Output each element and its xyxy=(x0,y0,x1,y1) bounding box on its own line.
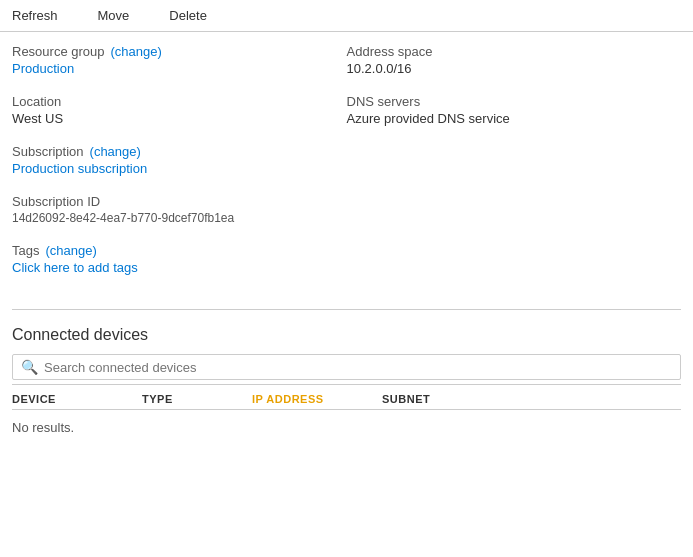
location-label: Location xyxy=(12,94,347,109)
section-divider xyxy=(12,309,681,310)
connected-devices-section: Connected devices 🔍 DEVICE TYPE IP ADDRE… xyxy=(0,326,693,445)
no-results-text: No results. xyxy=(12,420,681,435)
subscription-id-value: 14d26092-8e42-4ea7-b770-9dcef70fb1ea xyxy=(12,211,347,225)
subscription-label: Subscription (change) xyxy=(12,144,347,159)
refresh-button[interactable]: Refresh xyxy=(12,8,58,23)
address-space-value: 10.2.0.0/16 xyxy=(347,61,682,76)
dns-servers-label: DNS servers xyxy=(347,94,682,109)
subscription-group: Subscription (change) Production subscri… xyxy=(12,144,347,176)
location-group: Location West US xyxy=(12,94,347,126)
col-header-device: DEVICE xyxy=(12,393,142,405)
address-space-label: Address space xyxy=(347,44,682,59)
toolbar: Refresh Move Delete xyxy=(0,0,693,32)
resource-group-label: Resource group (change) xyxy=(12,44,347,59)
search-icon: 🔍 xyxy=(21,359,38,375)
search-input[interactable] xyxy=(44,360,672,375)
move-button[interactable]: Move xyxy=(98,8,130,23)
dns-servers-value: Azure provided DNS service xyxy=(347,111,682,126)
connected-devices-title: Connected devices xyxy=(12,326,681,344)
col-header-type: TYPE xyxy=(142,393,252,405)
tags-group: Tags (change) Click here to add tags xyxy=(12,243,347,275)
address-space-group: Address space 10.2.0.0/16 xyxy=(347,44,682,76)
location-value: West US xyxy=(12,111,347,126)
col-header-ip: IP ADDRESS xyxy=(252,393,382,405)
details-left-col: Resource group (change) Production Locat… xyxy=(12,44,347,293)
col-header-subnet: SUBNET xyxy=(382,393,681,405)
subscription-id-group: Subscription ID 14d26092-8e42-4ea7-b770-… xyxy=(12,194,347,225)
tags-change[interactable]: (change) xyxy=(45,243,96,258)
dns-servers-group: DNS servers Azure provided DNS service xyxy=(347,94,682,126)
details-right-col: Address space 10.2.0.0/16 DNS servers Az… xyxy=(347,44,682,293)
details-section: Resource group (change) Production Locat… xyxy=(0,32,693,293)
tags-label: Tags (change) xyxy=(12,243,347,258)
resource-group-group: Resource group (change) Production xyxy=(12,44,347,76)
delete-button[interactable]: Delete xyxy=(169,8,207,23)
subscription-value[interactable]: Production subscription xyxy=(12,161,347,176)
search-bar[interactable]: 🔍 xyxy=(12,354,681,380)
subscription-id-label: Subscription ID xyxy=(12,194,347,209)
subscription-change[interactable]: (change) xyxy=(90,144,141,159)
table-header: DEVICE TYPE IP ADDRESS SUBNET xyxy=(12,384,681,410)
table-body: No results. xyxy=(12,410,681,445)
resource-group-value[interactable]: Production xyxy=(12,61,347,76)
tags-value[interactable]: Click here to add tags xyxy=(12,260,347,275)
resource-group-change[interactable]: (change) xyxy=(111,44,162,59)
